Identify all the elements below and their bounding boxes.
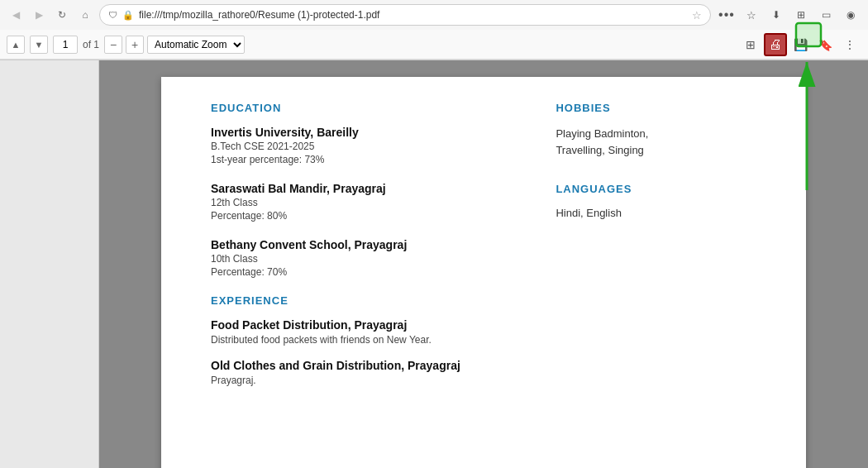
- hobbies-section: HOBBIES Playing Badminton, Travelling, S…: [556, 102, 756, 158]
- pdf-viewport[interactable]: EDUCATION Invertis University, Bareilly …: [99, 60, 868, 468]
- exp-desc-food: Distributed food packets with friends on…: [211, 334, 522, 346]
- menu-dots-button[interactable]: •••: [716, 4, 737, 26]
- edu-institution-bethany: Bethany Convent School, Prayagraj: [211, 238, 522, 251]
- edu-meta-bethany: 10th Class: [211, 253, 522, 265]
- exp-entry-food: Food Packet Distribution, Prayagraj Dist…: [211, 318, 522, 346]
- exp-desc-clothes: Prayagraj.: [211, 375, 522, 386]
- page-number-input[interactable]: [53, 36, 78, 54]
- main-content: EDUCATION Invertis University, Bareilly …: [0, 60, 868, 468]
- hobbies-title: HOBBIES: [556, 102, 756, 114]
- print-button[interactable]: 🖨: [764, 33, 787, 56]
- edu-percent-saraswati: Percentage: 80%: [211, 210, 522, 222]
- download-icon[interactable]: ⬇: [765, 4, 787, 26]
- pdf-page: EDUCATION Invertis University, Bareilly …: [161, 77, 806, 468]
- languages-title: LANGUAGES: [556, 183, 756, 195]
- hobbies-text: Playing Badminton, Travelling, Singing: [556, 126, 756, 158]
- edu-meta-invertis: B.Tech CSE 2021-2025: [211, 141, 522, 152]
- zoom-in-button[interactable]: +: [126, 36, 144, 54]
- back-button[interactable]: ◀: [7, 6, 25, 24]
- edu-percent-invertis: 1st-year percentage: 73%: [211, 154, 522, 165]
- tools-button[interactable]: ⋮: [838, 33, 861, 56]
- exp-entry-clothes: Old Clothes and Grain Distribution, Pray…: [211, 359, 522, 386]
- edu-institution-invertis: Invertis University, Bareilly: [211, 126, 522, 139]
- exp-title-food: Food Packet Distribution, Prayagraj: [211, 318, 522, 332]
- home-button[interactable]: ⌂: [76, 6, 94, 24]
- pdf-right-tools: ⊞ 🖨 💾 🔖 ⋮: [739, 33, 861, 56]
- left-column: EDUCATION Invertis University, Bareilly …: [211, 102, 522, 399]
- edu-entry-saraswati: Saraswati Bal Mandir, Prayagraj 12th Cla…: [211, 182, 522, 222]
- lock-icon: 🔒: [122, 10, 134, 21]
- url-text: file:///tmp/mozilla_rathore0/Resume (1)-…: [139, 9, 379, 21]
- edu-institution-saraswati: Saraswati Bal Mandir, Prayagraj: [211, 182, 522, 195]
- languages-section: LANGUAGES Hindi, English: [556, 183, 756, 219]
- profile-icon[interactable]: ◉: [840, 4, 861, 26]
- edu-entry-invertis: Invertis University, Bareilly B.Tech CSE…: [211, 126, 522, 165]
- bookmark-button[interactable]: 🔖: [813, 33, 837, 56]
- presentation-button[interactable]: ⊞: [739, 33, 762, 56]
- forward-button[interactable]: ▶: [30, 6, 48, 24]
- browser-toolbar: ◀ ▶ ↻ ⌂ 🛡 🔒 file:///tmp/mozilla_rathore0…: [0, 0, 868, 60]
- pdf-toolbar: ▲ ▼ of 1 − + Automatic Zoom 50% 75% 100%…: [0, 30, 868, 60]
- languages-text: Hindi, English: [556, 207, 756, 219]
- resume-content: EDUCATION Invertis University, Bareilly …: [211, 102, 756, 399]
- extensions-icon[interactable]: ⊞: [790, 4, 812, 26]
- zoom-controls: − + Automatic Zoom 50% 75% 100% 125% 150…: [104, 36, 245, 54]
- edu-meta-saraswati: 12th Class: [211, 197, 522, 208]
- screen-icon[interactable]: ▭: [815, 4, 837, 26]
- next-page-button[interactable]: ▼: [30, 36, 48, 54]
- refresh-button[interactable]: ↻: [53, 6, 71, 24]
- save-button[interactable]: 💾: [789, 33, 812, 56]
- zoom-out-button[interactable]: −: [104, 36, 122, 54]
- education-title: EDUCATION: [211, 102, 522, 114]
- browser-right-icons: ••• ☆ ⬇ ⊞ ▭ ◉: [716, 4, 861, 26]
- experience-title: EXPERIENCE: [211, 294, 522, 307]
- bookmark-star-icon: ☆: [692, 9, 702, 21]
- zoom-select[interactable]: Automatic Zoom 50% 75% 100% 125% 150% 20…: [147, 36, 245, 54]
- edu-entry-bethany: Bethany Convent School, Prayagraj 10th C…: [211, 238, 522, 278]
- right-column: HOBBIES Playing Badminton, Travelling, S…: [556, 102, 756, 399]
- browser-top-bar: ◀ ▶ ↻ ⌂ 🛡 🔒 file:///tmp/mozilla_rathore0…: [0, 0, 868, 30]
- left-sidebar: [0, 60, 99, 468]
- page-of-label: of 1: [83, 39, 99, 50]
- address-bar[interactable]: 🛡 🔒 file:///tmp/mozilla_rathore0/Resume …: [99, 4, 711, 26]
- shield-icon: 🛡: [108, 10, 117, 20]
- prev-page-button[interactable]: ▲: [7, 36, 25, 54]
- edu-percent-bethany: Percentage: 70%: [211, 266, 522, 278]
- exp-title-clothes: Old Clothes and Grain Distribution, Pray…: [211, 359, 522, 372]
- bookmark-icon[interactable]: ☆: [741, 4, 762, 26]
